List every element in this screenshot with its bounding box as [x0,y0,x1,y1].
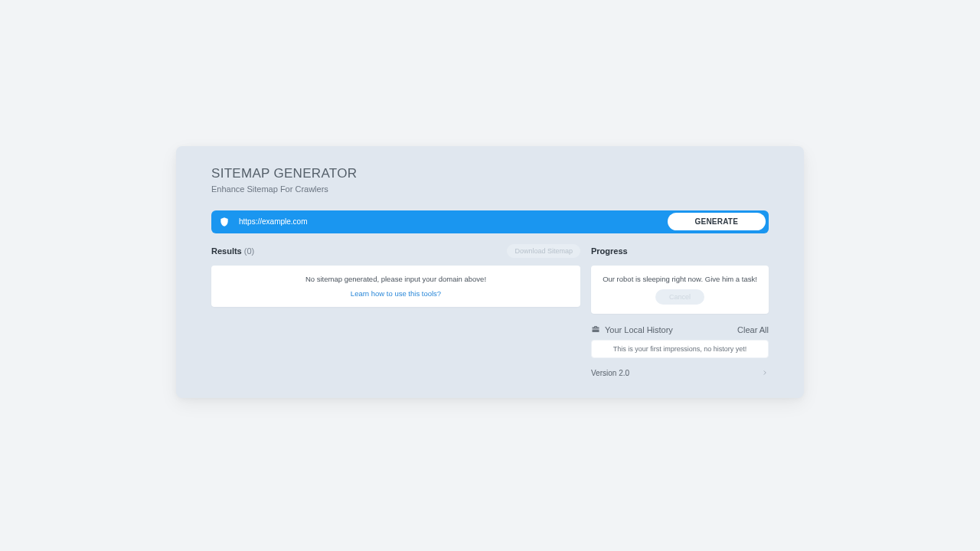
sitemap-generator-card: SITEMAP GENERATOR Enhance Sitemap For Cr… [176,146,804,398]
shield-icon [219,217,230,227]
progress-label: Progress [591,246,628,256]
url-input[interactable] [239,217,668,226]
download-sitemap-button: Download Sitemap [507,244,580,258]
briefcase-icon [591,324,600,335]
results-column: Results (0) Download Sitemap No sitemap … [211,244,580,378]
results-count: (0) [244,246,254,256]
version-row[interactable]: Version 2.0 [591,369,769,378]
history-empty: This is your first impressions, no histo… [591,340,769,358]
results-label: Results (0) [211,246,254,256]
results-empty-text: No sitemap generated, please input your … [219,275,573,283]
progress-column: Progress Our robot is sleeping right now… [591,244,769,378]
version-label: Version 2.0 [591,369,629,377]
url-input-bar: GENERATE [211,210,769,233]
cancel-button: Cancel [655,289,704,305]
progress-header: Progress [591,244,769,258]
body: Results (0) Download Sitemap No sitemap … [176,233,804,398]
header: SITEMAP GENERATOR Enhance Sitemap For Cr… [176,146,804,203]
history-title: Your Local History [591,324,673,335]
results-label-text: Results [211,246,242,256]
chevron-right-icon [761,369,769,378]
generate-button[interactable]: GENERATE [668,213,766,230]
clear-all-link[interactable]: Clear All [737,325,769,334]
history-header: Your Local History Clear All [591,324,769,335]
page-title: SITEMAP GENERATOR [211,166,769,181]
learn-link[interactable]: Learn how to use this tools? [219,289,573,298]
results-header: Results (0) Download Sitemap [211,244,580,258]
results-panel: No sitemap generated, please input your … [211,266,580,307]
page-subtitle: Enhance Sitemap For Crawlers [211,184,769,194]
history-title-text: Your Local History [605,325,673,334]
progress-sleep-text: Our robot is sleeping right now. Give hi… [599,275,761,283]
progress-panel: Our robot is sleeping right now. Give hi… [591,266,769,314]
